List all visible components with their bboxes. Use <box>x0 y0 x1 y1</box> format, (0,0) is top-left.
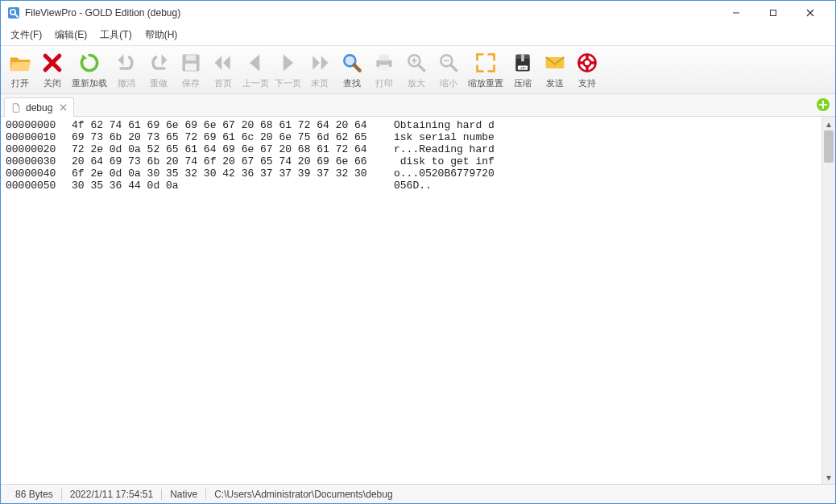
hex-bytes: 6f 2e 0d 0a 30 35 32 30 42 36 37 37 39 3… <box>72 168 378 180</box>
lifebuoy-icon <box>574 50 600 76</box>
open-button[interactable]: 打开 <box>4 48 36 91</box>
next-icon <box>275 50 300 76</box>
content-area: 000000004f 62 74 61 69 6e 69 6e 67 20 68… <box>1 117 835 484</box>
floppy-icon <box>178 50 204 76</box>
hex-viewer[interactable]: 000000004f 62 74 61 69 6e 69 6e 67 20 68… <box>1 117 822 484</box>
refresh-icon <box>77 50 102 76</box>
svg-line-11 <box>354 65 360 71</box>
menu-edit[interactable]: 编辑(E) <box>48 26 93 44</box>
document-icon <box>11 103 21 113</box>
last-page-button[interactable]: 末页 <box>304 48 336 91</box>
status-size: 86 Bytes <box>7 485 61 503</box>
minimize-button[interactable] <box>718 1 755 25</box>
hex-offset: 00000020 <box>6 144 72 156</box>
hex-offset: 00000030 <box>6 156 72 168</box>
hex-row: 0000001069 73 6b 20 73 65 72 69 61 6c 20… <box>6 132 817 144</box>
redo-icon <box>146 50 172 76</box>
svg-rect-24 <box>521 55 524 62</box>
hex-bytes: 30 35 36 44 0d 0a <box>72 180 378 192</box>
support-button[interactable]: 支持 <box>571 48 603 91</box>
zoom-reset-button[interactable]: 缩放重置 <box>465 48 507 91</box>
folder-open-icon <box>7 50 33 76</box>
hex-bytes: 69 73 6b 20 73 65 72 69 61 6c 20 6e 75 6… <box>72 132 378 144</box>
scroll-up-arrow[interactable]: ▴ <box>822 117 835 130</box>
reload-button[interactable]: 重新加载 <box>68 48 110 91</box>
svg-line-16 <box>419 65 424 71</box>
tab-close-button[interactable] <box>57 102 68 114</box>
status-mode: Native <box>162 485 205 503</box>
hex-ascii: 056D.. <box>378 180 432 192</box>
toolbar: 打开 关闭 重新加载 撤消 重做 保存 首页 上一页 下一页 末页 查找 <box>1 46 835 94</box>
next-page-button[interactable]: 下一页 <box>271 48 304 91</box>
status-time: 2022/1/11 17:54:51 <box>62 485 161 503</box>
undo-button[interactable]: 撤消 <box>110 48 143 91</box>
undo-icon <box>114 50 139 76</box>
hex-row: 0000002072 2e 0d 0a 52 65 61 64 69 6e 67… <box>6 144 817 156</box>
hex-ascii: Obtaining hard d <box>378 120 495 132</box>
magnifier-icon <box>339 50 365 76</box>
app-icon <box>7 6 20 19</box>
first-page-button[interactable]: 首页 <box>207 48 239 91</box>
fit-screen-icon <box>473 50 499 76</box>
hex-ascii: o...0520B6779720 <box>378 168 495 180</box>
hex-offset: 00000040 <box>6 168 72 180</box>
svg-rect-4 <box>771 10 776 16</box>
maximize-button[interactable] <box>755 1 792 25</box>
vertical-scrollbar[interactable]: ▴ ▾ <box>822 117 835 484</box>
titlebar: FileViewPro - GOLD Edition (debug) <box>1 1 835 25</box>
hex-offset: 00000050 <box>6 180 72 192</box>
print-button[interactable]: 打印 <box>368 48 400 91</box>
envelope-icon <box>542 50 568 76</box>
svg-rect-9 <box>185 64 197 71</box>
hex-ascii: isk serial numbe <box>378 132 495 144</box>
zoom-in-button[interactable]: 放大 <box>400 48 432 91</box>
hex-bytes: 20 64 69 73 6b 20 74 6f 20 67 65 74 20 6… <box>72 156 378 168</box>
statusbar: 86 Bytes 2022/1/11 17:54:51 Native C:\Us… <box>1 484 835 503</box>
hex-ascii: r...Reading hard <box>378 144 495 156</box>
svg-line-20 <box>451 65 457 71</box>
printer-icon <box>371 50 397 76</box>
find-button[interactable]: 查找 <box>336 48 368 91</box>
last-icon <box>307 50 333 76</box>
hex-offset: 00000010 <box>6 132 72 144</box>
svg-text:.ZIP: .ZIP <box>519 66 526 70</box>
zoom-out-button[interactable]: 缩小 <box>432 48 465 91</box>
svg-rect-13 <box>379 55 389 60</box>
zoom-in-icon <box>404 50 429 76</box>
hex-row: 0000005030 35 36 44 0d 0a056D.. <box>6 180 817 192</box>
hex-bytes: 72 2e 0d 0a 52 65 61 64 69 6e 67 20 68 6… <box>72 144 378 156</box>
close-window-button[interactable] <box>792 1 829 25</box>
svg-rect-14 <box>379 65 389 71</box>
prev-icon <box>242 50 268 76</box>
menu-help[interactable]: 帮助(H) <box>139 26 184 44</box>
x-red-icon <box>39 50 65 76</box>
hex-row: 000000406f 2e 0d 0a 30 35 32 30 42 36 37… <box>6 168 817 180</box>
scroll-thumb[interactable] <box>824 130 834 163</box>
menu-file[interactable]: 文件(F) <box>4 26 48 44</box>
close-file-button[interactable]: 关闭 <box>36 48 68 91</box>
svg-point-29 <box>584 60 591 67</box>
hex-offset: 00000000 <box>6 120 72 132</box>
zip-icon: .ZIP <box>510 50 536 76</box>
scroll-down-arrow[interactable]: ▾ <box>822 470 835 484</box>
save-button[interactable]: 保存 <box>175 48 207 91</box>
file-tab[interactable]: debug <box>4 97 74 117</box>
status-path: C:\Users\Administrator\Documents\debug <box>206 485 400 503</box>
new-tab-button[interactable] <box>816 97 830 112</box>
window-title: FileViewPro - GOLD Edition (debug) <box>25 7 180 19</box>
svg-rect-8 <box>186 55 196 60</box>
menu-tools[interactable]: 工具(T) <box>93 26 138 44</box>
hex-bytes: 4f 62 74 61 69 6e 69 6e 67 20 68 61 72 6… <box>72 120 378 132</box>
zoom-out-icon <box>436 50 461 76</box>
tabstrip: debug <box>1 94 835 117</box>
prev-page-button[interactable]: 上一页 <box>239 48 271 91</box>
first-icon <box>210 50 236 76</box>
menubar: 文件(F) 编辑(E) 工具(T) 帮助(H) <box>1 25 835 46</box>
hex-row: 000000004f 62 74 61 69 6e 69 6e 67 20 68… <box>6 120 817 132</box>
tab-label: debug <box>26 102 52 114</box>
hex-row: 0000003020 64 69 73 6b 20 74 6f 20 67 65… <box>6 156 817 168</box>
send-button[interactable]: 发送 <box>539 48 571 91</box>
redo-button[interactable]: 重做 <box>143 48 175 91</box>
zip-button[interactable]: .ZIP 压缩 <box>507 48 539 91</box>
hex-ascii: disk to get inf <box>378 156 495 168</box>
